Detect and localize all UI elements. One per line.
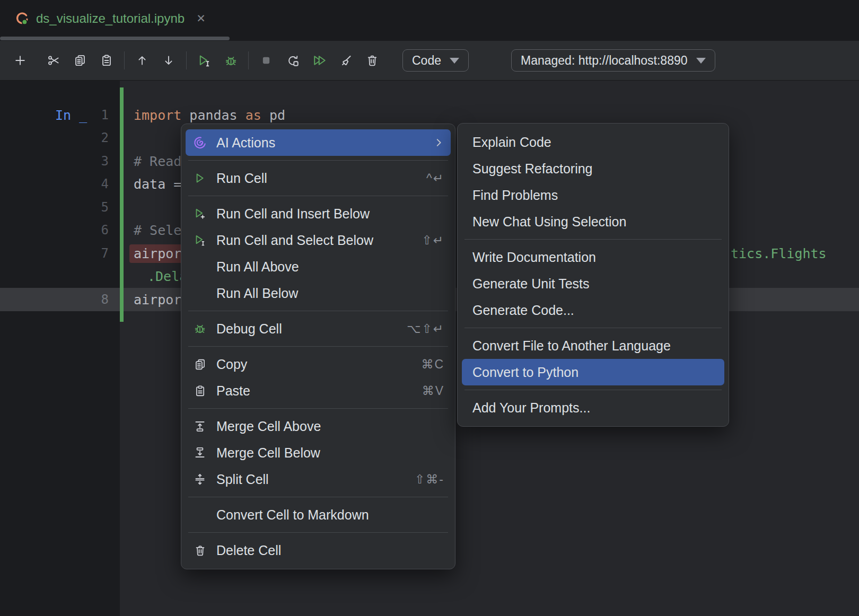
chevron-down-icon xyxy=(450,58,459,64)
menu-separator xyxy=(188,408,448,409)
menu-separator xyxy=(188,532,448,533)
copy-cell-button[interactable] xyxy=(67,48,93,73)
menu-separator xyxy=(188,311,448,311)
menu-separator xyxy=(188,196,448,196)
menu-item-delete-cell[interactable]: Delete Cell xyxy=(186,537,451,564)
stop-icon xyxy=(259,54,273,67)
clear-outputs-button[interactable] xyxy=(332,48,359,73)
menu-item-merge-cell-below[interactable]: Merge Cell Below xyxy=(186,439,451,466)
menu-item-run-all-below[interactable]: Run All Below xyxy=(186,280,451,306)
plus-icon xyxy=(13,54,27,67)
menu-separator xyxy=(188,346,448,347)
arrow-up-icon xyxy=(135,54,149,67)
paste-icon xyxy=(100,54,113,67)
broom-icon xyxy=(339,54,353,68)
submenu-item-add-your-prompts[interactable]: Add Your Prompts... xyxy=(462,394,724,421)
line-number: 4 xyxy=(0,173,109,196)
trash-icon xyxy=(365,54,379,67)
menu-separator xyxy=(464,328,722,328)
menu-item-run-cell[interactable]: Run Cell ^↵ xyxy=(186,165,451,191)
toolbar-separator xyxy=(248,51,249,69)
paste-icon xyxy=(192,384,208,398)
menu-separator xyxy=(188,497,448,497)
split-cell-icon xyxy=(192,472,208,486)
submenu-item-generate-code[interactable]: Generate Code... xyxy=(462,297,724,323)
submenu-item-convert-file-to-another-language[interactable]: Convert File to Another Language xyxy=(462,332,724,359)
run-select-below-icon xyxy=(192,233,208,247)
menu-item-convert-cell-to-markdown[interactable]: Convert Cell to Markdown xyxy=(186,501,451,528)
chevron-down-icon xyxy=(696,58,706,64)
submenu-item-find-problems[interactable]: Find Problems xyxy=(462,182,724,208)
submenu-item-generate-unit-tests[interactable]: Generate Unit Tests xyxy=(462,270,724,297)
kernel-server-value: Managed: http://localhost:8890 xyxy=(521,54,688,68)
submenu-item-explain-code[interactable]: Explain Code xyxy=(462,129,724,155)
delete-cell-button[interactable] xyxy=(359,48,385,73)
cell-type-dropdown[interactable]: Code xyxy=(402,49,469,72)
cell-type-value: Code xyxy=(412,54,441,68)
code-text: data = xyxy=(134,173,181,196)
stop-kernel-button[interactable] xyxy=(253,48,279,73)
menu-item-run-cell-insert-below[interactable]: Run Cell and Insert Below xyxy=(186,200,451,227)
ai-spiral-icon xyxy=(192,135,208,150)
merge-above-icon xyxy=(192,419,208,433)
toolbar-separator xyxy=(124,51,125,69)
move-cell-down-button[interactable] xyxy=(155,48,182,73)
line-number: 1 xyxy=(0,104,109,127)
cell-context-menu: AI Actions Run Cell ^↵ Run Cell and Inse… xyxy=(181,124,455,569)
arrow-down-icon xyxy=(162,54,176,67)
submenu-item-suggest-refactoring[interactable]: Suggest Refactoring xyxy=(462,155,724,182)
merge-below-icon xyxy=(192,446,208,460)
jupyter-notebook-icon xyxy=(14,11,29,26)
ai-actions-submenu: Explain Code Suggest Refactoring Find Pr… xyxy=(457,123,729,427)
active-tab-underline xyxy=(0,37,230,40)
copy-icon xyxy=(73,54,87,67)
line-number: 2 xyxy=(0,127,109,149)
line-number: 8 xyxy=(0,288,109,311)
menu-item-copy[interactable]: Copy ⌘C xyxy=(186,351,451,377)
editor-tab-bar: ds_visualize_tutorial.ipynb ✕ xyxy=(0,0,859,41)
restart-kernel-button[interactable] xyxy=(279,48,306,73)
tab-title: ds_visualize_tutorial.ipynb xyxy=(36,11,185,26)
menu-item-merge-cell-above[interactable]: Merge Cell Above xyxy=(186,413,451,439)
debug-bug-icon xyxy=(192,322,208,336)
code-text: # Sele xyxy=(134,219,181,242)
toolbar-separator xyxy=(186,51,187,69)
submenu-item-new-chat-using-selection[interactable]: New Chat Using Selection xyxy=(462,208,724,235)
restart-icon xyxy=(286,54,300,68)
line-number: 6 xyxy=(0,219,109,242)
paste-cell-button[interactable] xyxy=(93,48,120,73)
scissors-icon xyxy=(47,54,60,67)
menu-item-debug-cell[interactable]: Debug Cell ⌥⇧↵ xyxy=(186,315,451,342)
tab-notebook[interactable]: ds_visualize_tutorial.ipynb ✕ xyxy=(0,0,230,37)
move-cell-up-button[interactable] xyxy=(129,48,155,73)
menu-item-ai-actions[interactable]: AI Actions xyxy=(186,129,451,156)
cut-cell-button[interactable] xyxy=(40,48,67,73)
submenu-item-write-documentation[interactable]: Write Documentation xyxy=(462,244,724,270)
run-insert-below-icon xyxy=(192,207,208,221)
run-all-cells-button[interactable] xyxy=(306,48,332,73)
add-cell-button[interactable] xyxy=(7,48,33,73)
run-cell-icon xyxy=(197,53,212,68)
menu-item-paste[interactable]: Paste ⌘V xyxy=(186,377,451,404)
menu-separator xyxy=(464,239,722,240)
kernel-server-dropdown[interactable]: Managed: http://localhost:8890 xyxy=(511,49,715,72)
submenu-item-convert-to-python[interactable]: Convert to Python xyxy=(462,359,724,385)
debug-cell-button[interactable] xyxy=(217,48,244,73)
line-number: 7 xyxy=(0,242,109,265)
run-cell-select-below-button[interactable] xyxy=(191,48,217,73)
code-text-right-fragment: tics.Flights xyxy=(731,242,827,265)
tab-close-icon[interactable]: ✕ xyxy=(196,12,206,25)
debug-bug-icon xyxy=(224,54,238,68)
menu-item-run-cell-select-below[interactable]: Run Cell and Select Below ⇧↵ xyxy=(186,227,451,253)
line-number: 3 xyxy=(0,150,109,173)
line-number: 5 xyxy=(0,196,109,219)
menu-separator xyxy=(464,390,722,390)
menu-item-split-cell[interactable]: Split Cell ⇧⌘- xyxy=(186,466,451,492)
code-text: # Read xyxy=(134,150,181,173)
menu-separator xyxy=(188,160,448,161)
menu-item-run-all-above[interactable]: Run All Above xyxy=(186,253,451,280)
ide-window: ds_visualize_tutorial.ipynb ✕ xyxy=(0,0,859,616)
run-all-icon xyxy=(312,53,327,68)
submenu-chevron-icon xyxy=(433,137,444,148)
run-cell-icon xyxy=(192,171,208,185)
